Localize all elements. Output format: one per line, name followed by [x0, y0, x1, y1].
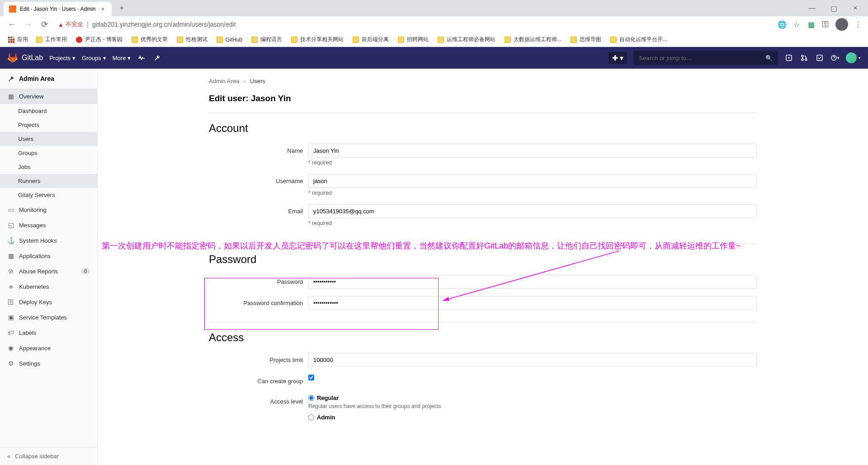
email-input[interactable] — [308, 204, 757, 218]
chevron-down-icon: ▾ — [103, 55, 106, 61]
email-help: * required — [308, 220, 757, 226]
nav-more[interactable]: More▾ — [113, 55, 131, 61]
svg-point-1 — [788, 57, 789, 58]
sidebar-item-settings[interactable]: ⚙Settings — [0, 356, 97, 371]
bookmark-item[interactable]: 优秀的文章 — [128, 34, 171, 45]
password-input[interactable] — [308, 275, 757, 289]
bookmark-item[interactable]: 尹正杰 - 博客园 — [72, 34, 126, 45]
todos-icon[interactable] — [815, 53, 824, 62]
folder-icon — [438, 37, 444, 43]
sidebar-sub-runners[interactable]: Runners — [0, 174, 97, 188]
account-heading: Account — [209, 122, 757, 135]
name-help: * required — [308, 160, 757, 166]
svg-point-3 — [802, 59, 803, 61]
bookmark-item[interactable]: 性格测试 — [173, 34, 211, 45]
browser-tab[interactable]: Edit · Jason Yin · Users · Admin × — [4, 2, 112, 16]
apps-button[interactable]: 应用 — [5, 34, 31, 45]
access-regular-radio[interactable] — [308, 395, 314, 401]
kubernetes-icon: ⎈ — [7, 283, 14, 290]
bookmark-star-icon[interactable]: ☆ — [792, 20, 801, 29]
profile-avatar-icon[interactable] — [835, 18, 848, 31]
nav-projects[interactable]: Projects▾ — [49, 55, 75, 61]
bookmark-item[interactable]: 思维导图 — [567, 34, 605, 45]
sidebar-sub-groups[interactable]: Groups — [0, 146, 97, 160]
sidebar-item-hooks[interactable]: ⚓System Hooks — [0, 233, 97, 248]
breadcrumb-admin[interactable]: Admin Area — [209, 78, 239, 85]
section-password: Password Password Password confirmation — [209, 244, 757, 322]
apps-icon: ▦ — [7, 252, 14, 259]
username-help: * required — [308, 190, 757, 196]
bookmark-item[interactable]: 大数据运维工程师... — [501, 34, 565, 45]
svg-point-4 — [805, 59, 807, 61]
template-icon: ▣ — [7, 314, 14, 321]
abuse-icon: ⊘ — [7, 268, 14, 275]
bookmark-item[interactable]: 工作常用 — [33, 34, 71, 45]
gitlab-logo[interactable]: GitLab — [7, 52, 43, 63]
folder-icon — [353, 37, 359, 43]
sidebar-item-overview[interactable]: ▦ Overview — [0, 89, 97, 104]
sidebar-sub-gitaly[interactable]: Gitaly Servers — [0, 188, 97, 202]
search-input[interactable] — [639, 55, 765, 61]
insecure-warning: ▲ 不安全 — [58, 20, 83, 28]
new-tab-button[interactable]: + — [115, 2, 128, 14]
bookmark-item[interactable]: 编程语言 — [248, 34, 286, 45]
content: Admin Area › Users Edit user: Jason Yin … — [98, 69, 868, 465]
name-input[interactable] — [308, 144, 757, 158]
bookmark-item[interactable]: 技术分享相关网站 — [288, 34, 347, 45]
close-window-icon[interactable]: × — [846, 2, 864, 14]
activity-icon[interactable] — [137, 53, 146, 62]
chevron-right-icon: › — [244, 78, 245, 85]
bookmark-item[interactable]: GitHub — [213, 35, 246, 45]
folder-icon — [610, 37, 617, 43]
bookmark-item[interactable]: 自动化运维平台开... — [607, 34, 671, 45]
sidebar-header[interactable]: Admin Area — [0, 69, 97, 89]
sidebar-item-service-templates[interactable]: ▣Service Templates — [0, 310, 97, 325]
key-icon[interactable]: ⚿ — [821, 20, 830, 29]
sidebar-item-monitoring[interactable]: ▭Monitoring — [0, 202, 97, 217]
sidebar-item-labels[interactable]: 🏷Labels — [0, 325, 97, 340]
menu-dots-icon[interactable]: ⋮ — [854, 20, 863, 29]
tanuki-icon — [7, 52, 18, 63]
sidebar-sub-jobs[interactable]: Jobs — [0, 160, 97, 174]
reload-button[interactable]: ⟳ — [38, 18, 51, 31]
label-icon: 🏷 — [7, 329, 14, 336]
bookmark-item[interactable]: 前后端分离 — [349, 34, 392, 45]
wrench-icon[interactable] — [152, 53, 161, 62]
minimize-icon[interactable]: — — [803, 2, 821, 14]
create-group-checkbox[interactable] — [308, 375, 314, 380]
bookmark-item[interactable]: 招聘网站 — [394, 34, 432, 45]
sidebar-sub-dashboard[interactable]: Dashboard — [0, 104, 97, 118]
sidebar-item-applications[interactable]: ▦Applications — [0, 248, 97, 263]
nav-groups[interactable]: Groups▾ — [82, 55, 106, 61]
regular-label: Regular — [317, 395, 339, 401]
appearance-icon: ◉ — [7, 344, 14, 352]
folder-icon — [177, 37, 183, 43]
collapse-sidebar-button[interactable]: «Collapse sidebar — [0, 447, 97, 465]
sidebar-sub-projects[interactable]: Projects — [0, 118, 97, 132]
sidebar-item-kubernetes[interactable]: ⎈Kubernetes — [0, 279, 97, 294]
projects-limit-input[interactable] — [308, 353, 757, 367]
forward-button[interactable]: → — [22, 18, 34, 31]
sidebar-sub-users[interactable]: Users — [0, 132, 97, 146]
bookmark-item[interactable]: 运维工程师必备网站 — [434, 34, 499, 45]
sidebar-item-messages[interactable]: ◱Messages — [0, 217, 97, 233]
username-input[interactable] — [308, 174, 757, 188]
maximize-icon[interactable]: ▢ — [825, 2, 843, 14]
extension-icon[interactable]: ▦ — [807, 20, 816, 29]
password-confirm-input[interactable] — [308, 296, 757, 310]
user-menu[interactable]: ▾ — [846, 52, 861, 63]
password-heading: Password — [209, 253, 757, 266]
create-new-button[interactable]: ✚▾ — [609, 52, 627, 64]
back-button[interactable]: ← — [5, 18, 18, 31]
merge-requests-icon[interactable] — [800, 53, 809, 62]
sidebar-item-deploy-keys[interactable]: ⚿Deploy Keys — [0, 294, 97, 310]
access-admin-radio[interactable] — [308, 414, 314, 420]
close-tab-icon[interactable]: × — [99, 5, 106, 13]
issues-icon[interactable] — [784, 53, 793, 62]
sidebar-item-abuse[interactable]: ⊘Abuse Reports0 — [0, 263, 97, 279]
search-box[interactable]: 🔍 — [633, 51, 778, 65]
help-icon[interactable]: ▾ — [830, 53, 840, 62]
url-box[interactable]: ▲ 不安全 | gitlab201.yinzhengjie.org.cn/adm… — [54, 20, 774, 28]
sidebar-item-appearance[interactable]: ◉Appearance — [0, 340, 97, 356]
translate-icon[interactable]: 🌐 — [778, 20, 787, 29]
